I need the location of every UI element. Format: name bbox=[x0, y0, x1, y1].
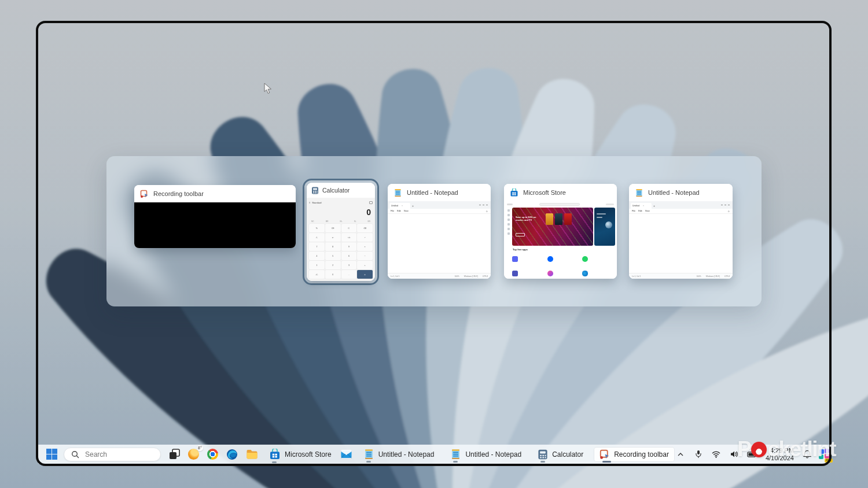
notepad-editor-area bbox=[388, 214, 491, 273]
start-button[interactable] bbox=[46, 447, 57, 462]
calc-key: . bbox=[341, 270, 357, 279]
switcher-window-recording-toolbar[interactable]: Recording toolbar bbox=[134, 185, 296, 248]
taskbar-app-notepad-1[interactable]: Untitled - Notepad bbox=[358, 447, 440, 461]
history-icon bbox=[369, 201, 373, 204]
switcher-selection-ring: Calculator ≡ Standard 0 MCMRM+M-MS %CEC⌫… bbox=[303, 179, 379, 285]
calculator-keypad: %CEC⌫¹⁄ₓx²²√x÷789×456−123++/-0.= bbox=[309, 224, 373, 279]
calc-key: ÷ bbox=[357, 233, 373, 242]
gear-icon: ⚙ bbox=[728, 210, 730, 213]
store-nav-rail bbox=[506, 208, 511, 279]
widgets-weather-button[interactable]: 8° bbox=[188, 447, 199, 462]
notepad-thumbnail: Untitled× + File Edit View ⚙ Ln 1, Col 1… bbox=[388, 201, 491, 279]
taskbar-mail[interactable] bbox=[340, 447, 352, 462]
notepad-tab: Untitled× bbox=[631, 203, 652, 209]
calc-key: ⌫ bbox=[357, 224, 373, 232]
window-controls bbox=[479, 205, 489, 206]
onedrive-icon bbox=[582, 271, 588, 276]
taskbar-chrome[interactable] bbox=[207, 447, 218, 462]
recording-toolbar-icon bbox=[599, 449, 610, 460]
folder-icon bbox=[246, 448, 258, 460]
itunes-icon bbox=[547, 271, 553, 276]
switcher-window-notepad-2[interactable]: Untitled - Notepad Untitled× + File Edit… bbox=[629, 184, 733, 279]
taskbar-file-explorer[interactable] bbox=[246, 447, 258, 462]
window-card-header: Calculator bbox=[307, 183, 375, 198]
calc-key: CE bbox=[325, 224, 341, 232]
mail-icon bbox=[340, 448, 352, 460]
teams-icon bbox=[512, 271, 518, 276]
calc-memory-key: M- bbox=[354, 220, 356, 223]
calc-key: + bbox=[357, 261, 373, 269]
pocketlint-logo-icon bbox=[751, 442, 767, 457]
tray-microphone[interactable] bbox=[692, 448, 705, 461]
menu-view: View bbox=[645, 210, 650, 212]
calc-key: − bbox=[357, 252, 373, 260]
window-title: Untitled - Notepad bbox=[648, 189, 700, 196]
taskbar-app-calculator[interactable]: Calculator bbox=[532, 448, 589, 461]
menu-edit: Edit bbox=[397, 210, 401, 212]
discord-icon bbox=[512, 256, 518, 262]
windows-logo-icon bbox=[46, 449, 57, 460]
notepad-icon bbox=[450, 449, 461, 460]
taskbar-app-label: Untitled - Notepad bbox=[465, 450, 521, 459]
taskbar-edge[interactable] bbox=[226, 447, 238, 462]
calc-key: 5 bbox=[325, 252, 341, 260]
calculator-thumbnail: ≡ Standard 0 MCMRM+M-MS %CEC⌫¹⁄ₓx²²√x÷78… bbox=[307, 198, 375, 281]
calc-key: × bbox=[357, 242, 373, 251]
microsoft-store-icon bbox=[510, 188, 518, 197]
store-app-tile bbox=[582, 252, 615, 266]
calc-key: % bbox=[309, 224, 325, 232]
store-app-tile bbox=[512, 252, 545, 266]
store-app-tile bbox=[547, 252, 580, 266]
menu-file: File bbox=[632, 210, 635, 212]
tray-network[interactable] bbox=[710, 448, 723, 461]
task-view-icon bbox=[169, 449, 180, 460]
calculator-icon bbox=[538, 449, 548, 460]
store-app-tile bbox=[582, 267, 615, 279]
switcher-window-calculator[interactable]: Calculator ≡ Standard 0 MCMRM+M-MS %CEC⌫… bbox=[307, 183, 375, 281]
calculator-display: 0 bbox=[309, 205, 373, 219]
taskbar-app-notepad-2[interactable]: Untitled - Notepad bbox=[445, 447, 527, 461]
search-icon bbox=[71, 450, 79, 459]
menu-view: View bbox=[404, 210, 409, 212]
calc-memory-key: MC bbox=[311, 220, 314, 223]
switcher-window-notepad-1[interactable]: Untitled - Notepad Untitled× + File Edit… bbox=[388, 184, 491, 279]
calc-key: x² bbox=[325, 233, 341, 242]
notepad-editor-area bbox=[629, 214, 733, 273]
taskbar-app-recording-toolbar[interactable]: Recording toolbar bbox=[594, 448, 674, 461]
menu-file: File bbox=[391, 210, 394, 212]
notepad-icon bbox=[635, 188, 643, 197]
status-encoding: UTF-8 bbox=[483, 275, 488, 278]
tray-overflow-chevron[interactable] bbox=[674, 448, 687, 461]
mouse-cursor bbox=[264, 83, 272, 94]
store-hero-headline: Save up to 50% on movies and TV bbox=[516, 216, 541, 222]
calc-key: +/- bbox=[309, 270, 325, 279]
tab-close-icon: × bbox=[402, 205, 403, 207]
task-view-button[interactable] bbox=[169, 447, 180, 462]
status-position: Ln 1, Col 1 bbox=[391, 275, 399, 278]
switcher-window-microsoft-store[interactable]: Microsoft Store Save up to 50% on movies… bbox=[504, 184, 617, 279]
status-position: Ln 1, Col 1 bbox=[632, 275, 641, 278]
chrome-icon bbox=[207, 449, 218, 460]
window-title: Microsoft Store bbox=[523, 189, 566, 196]
menu-edit: Edit bbox=[638, 210, 642, 212]
recording-toolbar-icon bbox=[140, 190, 149, 198]
taskbar-search-box[interactable] bbox=[64, 448, 161, 461]
calc-key: 0 bbox=[325, 270, 341, 279]
window-title: Recording toolbar bbox=[153, 190, 204, 197]
window-card-header: Untitled - Notepad bbox=[388, 184, 491, 201]
wifi-icon bbox=[712, 451, 720, 458]
calculator-memory-row: MCMRM+M-MS bbox=[309, 219, 373, 224]
calc-key: 9 bbox=[341, 242, 357, 251]
calc-key: 7 bbox=[309, 242, 325, 251]
store-hero-banner: Save up to 50% on movies and TV bbox=[512, 208, 593, 246]
store-search-pill bbox=[539, 203, 580, 206]
status-line-ending: Windows (CRLF) bbox=[706, 275, 720, 278]
taskbar-app-microsoft-store[interactable]: Microsoft Store bbox=[264, 447, 337, 462]
taskbar-app-label: Calculator bbox=[552, 450, 583, 459]
store-side-banner bbox=[594, 208, 615, 246]
screenshot-root: Recording toolbar Calculator ≡ Standard bbox=[0, 0, 868, 488]
window-title: Untitled - Notepad bbox=[407, 189, 458, 196]
window-controls bbox=[606, 204, 614, 205]
search-input[interactable] bbox=[84, 450, 153, 459]
calc-key: 1 bbox=[309, 261, 325, 269]
